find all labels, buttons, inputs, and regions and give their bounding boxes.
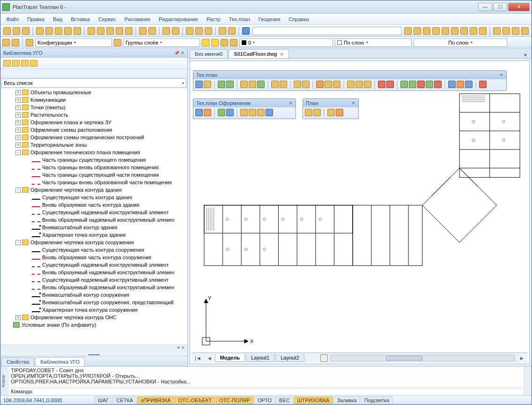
save-icon[interactable] bbox=[22, 27, 30, 35]
tool-icon[interactable] bbox=[448, 81, 456, 88]
tree-item[interactable]: Существующий надземный конструктивный эл… bbox=[0, 209, 187, 216]
close-icon[interactable]: ✕ bbox=[500, 73, 503, 77]
tree-item[interactable]: +Оформления плана и чертежа ЗУ bbox=[0, 119, 187, 126]
help-icon[interactable] bbox=[242, 27, 250, 35]
tool-icon[interactable] bbox=[386, 81, 394, 88]
layer-groups-combo[interactable]: Группы слоёв bbox=[123, 38, 200, 47]
tree-item[interactable]: Существующий надземный конструктивный эл… bbox=[0, 261, 187, 269]
print-icon[interactable] bbox=[230, 39, 237, 46]
tree-item[interactable]: +Точки (пикеты) bbox=[0, 104, 187, 111]
menu-file[interactable]: Файл bbox=[4, 15, 21, 23]
tool-icon[interactable] bbox=[302, 81, 310, 88]
bulb-icon[interactable] bbox=[202, 39, 209, 46]
maximize-button[interactable]: ☐ bbox=[493, 3, 507, 11]
undo-icon[interactable] bbox=[139, 27, 147, 35]
tool-icon[interactable] bbox=[355, 81, 363, 88]
measure-icon[interactable] bbox=[219, 27, 226, 35]
tool-icon[interactable] bbox=[451, 27, 458, 35]
tree-item[interactable]: Внемасштабный контур сооружения, предста… bbox=[0, 299, 187, 306]
status-toggle[interactable]: ШТРИХОВКА bbox=[294, 397, 333, 404]
tree-item[interactable]: Вновь образуемый подземный конструктивны… bbox=[0, 284, 187, 291]
tool-icon[interactable] bbox=[434, 81, 442, 88]
tree-item[interactable]: -Оформление чертежа контура здания bbox=[0, 186, 187, 194]
tree-item[interactable]: Внемасштабный контур сооружения bbox=[0, 291, 187, 299]
status-toggle[interactable]: СЕТКА bbox=[113, 397, 136, 404]
tool-icon[interactable] bbox=[457, 81, 464, 88]
tree-item[interactable]: Вновь образуемый надземный конструктивны… bbox=[0, 269, 187, 276]
titlebar[interactable]: PlanTracer Техплан 6 - — ☐ ✕ bbox=[0, 0, 532, 14]
tool-icon[interactable] bbox=[12, 39, 19, 46]
tool-icon[interactable] bbox=[426, 81, 433, 88]
open-icon[interactable] bbox=[13, 27, 20, 35]
tool-icon[interactable] bbox=[378, 81, 385, 88]
tool-icon[interactable] bbox=[409, 81, 416, 88]
tab-properties[interactable]: Свойства bbox=[1, 357, 34, 366]
linetype-combo[interactable]: По слою bbox=[414, 38, 507, 47]
tree-item[interactable]: Часть границы существующего помещения bbox=[0, 156, 187, 164]
command-input[interactable]: Команда: bbox=[11, 388, 522, 394]
zoom-window-icon[interactable] bbox=[186, 27, 193, 35]
tool-icon[interactable] bbox=[240, 81, 248, 88]
tree-item[interactable]: -Оформление технического плана помещения bbox=[0, 149, 187, 156]
tool-icon[interactable] bbox=[404, 27, 412, 35]
menu-geodesy[interactable]: Геодезия bbox=[257, 15, 282, 23]
layout-tab[interactable]: Layout2 bbox=[275, 354, 304, 362]
library-tree[interactable]: +Объекты промышленные+Коммуникации+Точки… bbox=[0, 89, 187, 345]
tree-item[interactable]: Внемасштабный контур здания bbox=[0, 224, 187, 231]
close-button[interactable]: ✕ bbox=[508, 3, 530, 11]
scroll-right[interactable]: ► bbox=[517, 355, 527, 361]
tab-dropdown-icon[interactable]: ▾ bbox=[521, 52, 530, 58]
menu-draw[interactable]: Рисование bbox=[123, 15, 152, 23]
zoom-icon[interactable] bbox=[195, 27, 203, 35]
status-toggle[interactable]: ВЕС bbox=[276, 397, 293, 404]
command-scrollbar[interactable] bbox=[524, 367, 532, 395]
tree-item[interactable]: Вновь образуемая часть контура здания bbox=[0, 201, 187, 209]
tool-icon[interactable] bbox=[163, 27, 170, 35]
status-toggle[interactable]: ОТС-ОБЪЕКТ bbox=[175, 397, 215, 404]
menu-modify[interactable]: Редактирование bbox=[157, 15, 200, 23]
tool-icon[interactable] bbox=[512, 27, 519, 35]
status-toggle[interactable]: Подсветка bbox=[361, 397, 392, 404]
tree-item[interactable]: +Офрмление схемы расположения bbox=[0, 126, 187, 134]
tool-icon[interactable] bbox=[2, 39, 10, 46]
menu-techplan[interactable]: Тех.план bbox=[227, 15, 252, 23]
config-combo[interactable]: Конфигурации bbox=[35, 38, 112, 47]
status-toggle[interactable]: Заливка bbox=[333, 397, 360, 404]
tool-icon[interactable] bbox=[442, 27, 449, 35]
tool-icon[interactable] bbox=[228, 27, 236, 35]
tool-icon[interactable] bbox=[521, 27, 529, 35]
folder-icon[interactable] bbox=[3, 60, 11, 67]
doc-tab[interactable]: Без имени0 bbox=[190, 49, 228, 58]
tool-icon[interactable] bbox=[74, 27, 81, 35]
menu-edit[interactable]: Правка bbox=[25, 15, 46, 23]
tree-item[interactable]: Часть границы существующей части помещен… bbox=[0, 171, 187, 179]
tool-icon[interactable] bbox=[26, 39, 33, 46]
layer-combo[interactable]: 0 bbox=[239, 38, 333, 47]
tool-icon[interactable] bbox=[257, 81, 265, 88]
tool-icon[interactable] bbox=[294, 81, 301, 88]
tree-item[interactable]: Вновь образуемая часть контура сооружени… bbox=[0, 254, 187, 261]
tool-icon[interactable] bbox=[116, 27, 123, 35]
tool-icon[interactable] bbox=[114, 39, 121, 46]
tool-icon[interactable] bbox=[271, 81, 279, 88]
tool-icon[interactable] bbox=[347, 81, 355, 88]
redo-icon[interactable] bbox=[148, 27, 156, 35]
tool-icon[interactable] bbox=[204, 81, 211, 88]
sun-icon[interactable] bbox=[211, 39, 219, 46]
tool-icon[interactable] bbox=[400, 81, 408, 88]
h-scrollbar[interactable] bbox=[331, 355, 515, 361]
status-toggle[interactable]: оПРИВЯЗКА bbox=[137, 397, 174, 404]
tree-item[interactable]: Существующая часть контура сооружения bbox=[0, 246, 187, 254]
drawing-canvas[interactable]: Тех.план✕ bbox=[190, 60, 530, 364]
menu-insert[interactable]: Вставка bbox=[69, 15, 92, 23]
tool-icon[interactable] bbox=[226, 81, 234, 88]
tool-icon[interactable] bbox=[460, 27, 468, 35]
tool-icon[interactable] bbox=[479, 27, 487, 35]
layout-tab[interactable]: Layout1 bbox=[246, 354, 274, 362]
tool-icon[interactable] bbox=[316, 81, 324, 88]
status-toggle[interactable]: ОТС-ПОЛЯР bbox=[216, 397, 253, 404]
tree-item[interactable]: +Объекты промышленные bbox=[0, 89, 187, 96]
tree-item[interactable]: Условные знаки (По алфавиту) bbox=[0, 321, 187, 329]
zoom-extents-icon[interactable] bbox=[205, 27, 212, 35]
folder-icon[interactable] bbox=[30, 60, 37, 67]
